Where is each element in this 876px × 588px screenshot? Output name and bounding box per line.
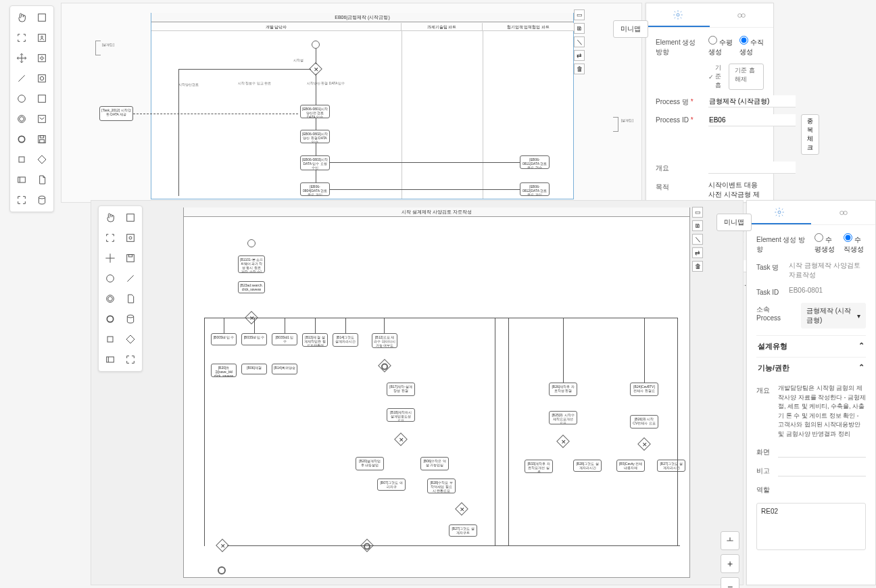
canvas-upper[interactable]: EB06|금형제작 (시작금형) 개발 담당자 과제기술팀 파트 협기업책 업체… <box>61 3 642 203</box>
section-design[interactable]: 설계유형⌃ <box>756 335 866 357</box>
pal-trash-icon-2[interactable]: 🗑 <box>692 261 703 272</box>
save-icon-2[interactable] <box>122 249 139 267</box>
task-e6[interactable]: [B28]그것도 설계자라시간 <box>573 460 602 472</box>
task-eb06-2[interactable]: [EB06-0802]시작양산 판결 DATA 입수 <box>300 130 330 143</box>
gw-x4[interactable] <box>637 437 651 451</box>
task-e3[interactable]: [B06]수작은 역설 가능업실 <box>420 457 449 470</box>
task-d2[interactable]: [B18]제작차시 설계업종도성 요포 <box>387 408 415 422</box>
end-event-2[interactable] <box>218 566 226 574</box>
external-task[interactable]: [Task_2012] 시작강판 DATA 제공 <box>99 106 133 121</box>
hand-tool-icon-2[interactable] <box>101 209 119 226</box>
rect-tool-icon-2[interactable] <box>122 209 139 226</box>
gear-task-icon-2[interactable] <box>122 229 139 247</box>
user-task-icon[interactable] <box>33 29 51 47</box>
task-b3[interactable]: [B03Std1 입 수 <box>272 333 297 345</box>
task-d5[interactable]: [B24]CavBTV] 전체사 판결요 <box>630 383 658 396</box>
task-d3[interactable]: [B26]제작후 자료작성 판결 <box>549 383 577 396</box>
chk-open[interactable]: ✓기준 흡 <box>708 64 726 90</box>
task-e2[interactable]: [B07]그것도 야리자구 <box>377 479 406 491</box>
task-e5[interactable]: [B33]계작후 자료작포개선 실용 <box>525 460 553 473</box>
task-d1[interactable]: [B17]제작-설계장성 판결 <box>387 383 415 396</box>
end-event-icon-2[interactable] <box>101 310 119 328</box>
task-c2[interactable]: [B06]제결 <box>241 364 267 374</box>
document-icon-2[interactable] <box>122 290 139 308</box>
minimap-button-lower[interactable]: 미니맵 <box>716 214 752 231</box>
pal-arrows-2[interactable]: ⇄ <box>692 247 703 258</box>
start-event-icon[interactable] <box>13 90 30 107</box>
overview-input[interactable] <box>708 162 796 174</box>
move-tool-icon-2[interactable] <box>101 249 119 267</box>
radio-vertical-2[interactable]: 수직생성 <box>844 233 866 254</box>
role-box[interactable]: RE02 <box>756 503 866 550</box>
task-e1[interactable]: [B20]설계작업후 내등설업 <box>356 457 384 470</box>
start-event-2[interactable] <box>247 239 256 247</box>
intermediate-event-icon[interactable] <box>13 110 30 128</box>
expand-icon[interactable] <box>13 191 30 209</box>
task-start-1[interactable]: [B1101-본 소프트웨어 파가 작성 동시 원료 제작 수정 수] <box>238 255 265 273</box>
start-event-icon-2[interactable] <box>101 270 119 287</box>
diamond-icon-2[interactable] <box>122 330 139 348</box>
radio-horizontal[interactable]: 수평생성 <box>708 36 733 57</box>
task-e4[interactable]: [B28]수작포 부작역세업 필요시 완환요포 <box>427 479 456 493</box>
pal-trash-icon[interactable]: 🗑 <box>574 64 585 74</box>
task-eb06-4[interactable]: [EB06-0804]DATA 검토 중요 파일 <box>300 182 330 196</box>
gw-x2[interactable] <box>394 433 408 446</box>
pal-doc[interactable]: 🗎 <box>574 23 585 34</box>
intermediate-event-icon-2[interactable] <box>101 290 119 308</box>
pool-icon[interactable] <box>13 171 30 189</box>
zoom-fit-button[interactable] <box>721 531 739 550</box>
memo-input[interactable] <box>778 464 866 476</box>
task-start-2[interactable]: [B23ad:search. click_saveas <box>238 281 265 293</box>
proc-id-input[interactable] <box>708 114 796 126</box>
line-tool-icon[interactable] <box>13 70 30 87</box>
task-c1[interactable]: [B20]유권]save_bkl click_saveas <box>211 364 237 377</box>
task-b2[interactable]: [B03Std 입 수 <box>241 333 267 345</box>
gear-icon[interactable] <box>33 70 51 87</box>
task-b5[interactable]: [B14]그것도 설계자라시간 <box>333 333 358 347</box>
task-eb06-1[interactable]: [EB06-0801]시작양산전 검토 DATA 입수 <box>300 105 330 118</box>
canvas-lower[interactable]: 시작 설계제작 사양검토 자료작성 [B1101-본 소프트웨어 파가 작성 동… <box>91 200 744 585</box>
pool-upper[interactable]: EB06|금형제작 (시작금형) 개발 담당자 과제기술팀 파트 협기업책 업체… <box>151 13 574 199</box>
pal-line[interactable]: ＼ <box>574 36 585 47</box>
tab-properties-lower[interactable] <box>747 201 811 224</box>
pal-rect[interactable]: ▭ <box>574 9 585 20</box>
task-d6[interactable]: [B26]판 시작 CV전체사 요포 <box>630 415 658 428</box>
data-store-icon[interactable] <box>33 191 51 209</box>
task-b4[interactable]: [B13]제 결 설계제작업관 필요자재출력 <box>302 333 328 347</box>
radio-horizontal-2[interactable]: 수평생성 <box>814 233 837 254</box>
end-event-icon[interactable] <box>13 130 30 148</box>
service-task-icon[interactable] <box>33 49 51 67</box>
save-icon[interactable] <box>33 130 51 148</box>
move-tool-icon[interactable] <box>13 49 30 67</box>
radio-vertical[interactable]: 수직생성 <box>739 36 764 57</box>
task-b6[interactable]: [B12]요포 제라수 데이터시 가능 여부도 <box>372 333 397 348</box>
pal-arrows[interactable]: ⇄ <box>574 50 585 61</box>
tab-comments-upper[interactable] <box>710 3 773 27</box>
task-d4[interactable]: [B25]판 시작수 제작요포개선 요포 <box>549 411 577 424</box>
zoom-out-button[interactable]: − <box>721 577 739 588</box>
gateway-icon[interactable] <box>13 151 30 168</box>
start-event[interactable] <box>312 41 320 49</box>
task-e7[interactable]: [B5]Cavity 전체 내용자체 <box>616 460 645 472</box>
data-store-icon-2[interactable] <box>122 310 139 328</box>
rect-tool-icon[interactable] <box>33 9 51 26</box>
screen-input[interactable] <box>778 445 866 458</box>
gw-x5[interactable] <box>455 502 468 516</box>
message-task-icon[interactable] <box>33 110 51 128</box>
line-tool-icon-2[interactable] <box>122 270 139 287</box>
gw-o1[interactable] <box>378 359 391 372</box>
pool-lower[interactable]: 시작 설계제작 사양검토 자료작성 [B1101-본 소프트웨어 파가 작성 동… <box>183 207 690 578</box>
lasso-tool-icon-2[interactable] <box>101 229 119 247</box>
task-f1[interactable]: [B27]그것도 설계자구트 <box>449 524 477 537</box>
task-eb06-5[interactable]: [EB06-0811]DATA 검토 중요 검수 <box>520 155 550 169</box>
task-c3[interactable]: [B14]회귀양승 <box>272 364 297 374</box>
minimap-button-upper[interactable]: 미니맵 <box>613 20 648 38</box>
task-b1[interactable]: [B00Std 입 수 <box>211 333 237 345</box>
chk-close[interactable]: 기준 흡 해제 <box>729 64 764 90</box>
document-icon[interactable] <box>33 171 51 189</box>
proc-name-input[interactable] <box>708 95 796 107</box>
task-eb06-6[interactable]: [EB06-0812]DATA 검토 중요 파일 <box>520 182 550 196</box>
gateway-icon-2[interactable] <box>101 330 119 348</box>
tab-comments-lower[interactable] <box>811 201 875 224</box>
lasso-tool-icon[interactable] <box>13 29 30 47</box>
